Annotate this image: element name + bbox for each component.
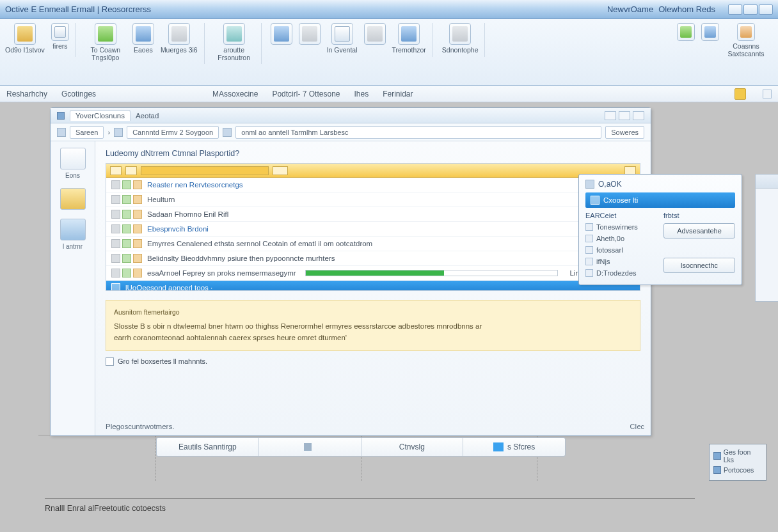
inner-tab-b[interactable]: Aeotad: [136, 112, 159, 120]
row-icon: [122, 210, 131, 219]
ribtab[interactable]: Ferinidar: [383, 90, 413, 98]
ribbon-btn[interactable]: Sdnontophe: [442, 23, 479, 54]
float-row[interactable]: fotossarl: [585, 246, 657, 254]
row-text: esaArnoel Feprey sn proks nemsermasegymr: [147, 269, 296, 277]
maximize-button[interactable]: [743, 4, 758, 15]
hdr-icon[interactable]: [273, 166, 288, 175]
inner-min[interactable]: [605, 111, 616, 120]
float-row[interactable]: EARCeiet: [585, 212, 657, 219]
float-header: O,aOK: [585, 180, 735, 189]
list-row[interactable]: Sadaan Fhomno Enil Rifl: [106, 207, 640, 222]
ribbon-btn[interactable]: [677, 23, 695, 58]
crumb-item[interactable]: Cannntd Ermv 2 Soygoon: [127, 126, 219, 139]
inner-close[interactable]: [633, 111, 644, 120]
row-icon: [133, 239, 142, 248]
ribbon-btn[interactable]: Eaoes: [132, 23, 154, 61]
ribbon-btn[interactable]: Tremothzor: [392, 23, 426, 54]
float-row[interactable]: D:Trodezdes: [585, 269, 657, 277]
dot-icon: [713, 452, 721, 460]
ribbon: Od9o I1stvov firers To Coawn Tngsl0po Ea…: [0, 19, 778, 86]
close-button[interactable]: [759, 4, 773, 15]
side-icon[interactable]: [60, 148, 86, 169]
ribbon-btn[interactable]: [299, 23, 321, 54]
ribbon-btn[interactable]: aroutte Frsonutron: [214, 23, 255, 61]
list-row[interactable]: Reaster nen Rervtesorcnetgsa: [106, 178, 640, 192]
footer-btn[interactable]: Eautils Sanntirgp: [157, 438, 259, 456]
footer-btn[interactable]: s Sfcres: [463, 438, 565, 456]
row-text: Sadaan Fhomno Enil Rifl: [147, 210, 228, 218]
footer-btn[interactable]: Ctnvslg: [361, 438, 464, 456]
ribbon-btn[interactable]: To Coawn Tngsl0po: [85, 23, 126, 61]
hdr-col[interactable]: [141, 166, 269, 175]
inner-main: Ludeomy dNtrrem Ctmnal Plasportid? Reast…: [95, 141, 651, 435]
progress-bar: [305, 270, 559, 276]
float-btn[interactable]: lsocnnecthc: [663, 258, 735, 273]
float-btn[interactable]: Advsesantehe: [663, 223, 735, 239]
ribtab[interactable]: MAssoxecine: [212, 90, 258, 98]
crumb-item[interactable]: onml ao anntell Tarmlhm Larsbesc: [235, 126, 601, 139]
float-right-hdr: frbtst: [663, 212, 735, 219]
inner-max[interactable]: [619, 111, 630, 120]
row-icon: [111, 239, 120, 248]
nav-icon: [114, 128, 123, 137]
side-icon[interactable]: [60, 188, 86, 210]
ribtab[interactable]: Resharhchy: [6, 90, 47, 98]
float-panel: O,aOK Cxooser lti EARCeietToneswirnersAh…: [578, 174, 742, 285]
ribbon-btn[interactable]: [364, 23, 386, 54]
checkbox-row[interactable]: Gro fel boxsertes ll mahnnts.: [106, 357, 640, 366]
crumb-item[interactable]: Sareen: [70, 126, 104, 139]
float-selected[interactable]: Cxooser lti: [585, 192, 735, 208]
list-row[interactable]: Emyrres Cenalened ethsta sernnol Ceotain…: [106, 237, 640, 251]
list-row[interactable]: esaArnoel Feprey sn proks nemsermasegymr…: [106, 266, 640, 281]
list-row[interactable]: lUoOeesond aoncerl toos ·: [106, 281, 640, 290]
float-item-text: ifNjs: [596, 258, 610, 265]
list-row[interactable]: Belidnslty Bieoddvhmny psiure then pypoo…: [106, 251, 640, 266]
list-row[interactable]: Heulturn: [106, 192, 640, 207]
ribbon-btn[interactable]: Muerges 3i6: [161, 23, 198, 61]
row-icon: [122, 180, 131, 189]
help-icon[interactable]: [763, 90, 772, 98]
ribbon-btn[interactable]: Coasnns Saxtscannts: [726, 23, 766, 58]
row-icon: [122, 269, 131, 278]
side-icon[interactable]: [60, 219, 86, 240]
row-text: Heulturn: [147, 196, 175, 203]
title-right-a[interactable]: NewvrOame: [607, 4, 653, 14]
footer-btn[interactable]: [259, 438, 361, 456]
row-icon: [133, 180, 142, 189]
row-icon: [133, 224, 142, 233]
checkbox-icon[interactable]: [106, 357, 114, 366]
ribbon-btn[interactable]: [271, 23, 292, 54]
float-row[interactable]: Aheth,0o: [585, 235, 657, 242]
ribbon-btn[interactable]: [701, 23, 719, 58]
ribtab[interactable]: Ihes: [354, 90, 369, 98]
crumb-item[interactable]: Soweres: [605, 126, 644, 139]
nav-icon[interactable]: [57, 128, 66, 137]
list-row[interactable]: Ebespnvcih Brdoni: [106, 222, 640, 237]
ribtab[interactable]: Gcotinges: [61, 90, 96, 98]
float-row[interactable]: Toneswirners: [585, 223, 657, 231]
app-title: Octive E Enmeall Ermall | Reosorcrerss: [5, 4, 151, 14]
float-row[interactable]: ifNjs: [585, 258, 657, 265]
ribtab[interactable]: Podtcirl- 7 Ottesone: [272, 90, 340, 98]
ribbon-btn[interactable]: Od9o I1stvov: [5, 23, 45, 54]
float-item-text: Aheth,0o: [596, 235, 624, 242]
row-text: Emyrres Cenalened ethsta sernnol Ceotain…: [147, 240, 372, 247]
row-icon: [133, 195, 142, 204]
ribbon-btn[interactable]: In Gvental: [327, 23, 358, 54]
bg-sidebox: Ges foon Lks Portocoes: [709, 444, 766, 481]
title-right-b[interactable]: Olewhom Reds: [658, 4, 715, 14]
row-icon: [111, 180, 120, 189]
info-box: Ausnitom ftemertairgo Slosste B s obir n…: [106, 300, 640, 351]
warning-icon[interactable]: [734, 88, 746, 100]
float-item-icon: [585, 223, 593, 231]
ribbon-btn[interactable]: firers: [51, 23, 69, 54]
row-text: Ebespnvcih Brdoni: [147, 225, 209, 233]
row-icon: [122, 239, 131, 248]
minimize-button[interactable]: [728, 4, 742, 15]
close-link[interactable]: CIec: [630, 423, 644, 430]
inner-tab-a[interactable]: YoverClosnuns: [70, 110, 131, 121]
row-icon: [111, 224, 120, 233]
hdr-icon[interactable]: [110, 166, 122, 175]
row-icon: [111, 269, 120, 278]
hdr-icon[interactable]: [125, 166, 137, 175]
